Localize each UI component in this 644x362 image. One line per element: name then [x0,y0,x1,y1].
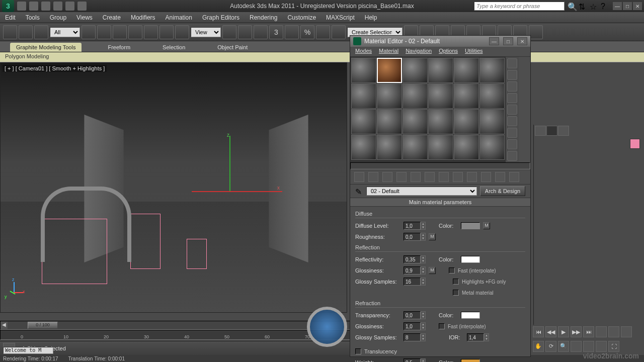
play-icon[interactable]: ▶ [558,326,569,337]
refl-gloss-input[interactable] [404,266,421,275]
diffuse-map-button[interactable]: M [483,222,490,229]
material-editor-window[interactable]: Material Editor - 02 - Default — □ ✕ Mod… [350,35,531,357]
help-search-input[interactable] [474,2,565,11]
slider-left-icon[interactable]: ◀ [1,322,8,329]
refr-gloss-input[interactable] [404,322,421,330]
material-slot[interactable] [351,58,376,83]
material-editor-close[interactable]: ✕ [517,37,527,45]
sample-uv-icon[interactable] [507,93,517,103]
percent-snap-icon[interactable]: % [300,25,314,39]
refr-fast-interp-checkbox[interactable] [439,323,445,329]
new-icon[interactable] [17,2,26,11]
select-name-icon[interactable] [97,25,111,39]
roughness-map-button[interactable]: M [429,233,436,240]
rotate-icon[interactable] [159,25,174,39]
material-slot[interactable] [377,83,402,109]
window-crossing-icon[interactable] [128,25,142,39]
me-menu-material[interactable]: Material [379,48,398,55]
selection-filter-select[interactable]: All [50,27,80,37]
time-config-icon[interactable] [608,326,619,337]
tab-freeform[interactable]: Freeform [102,43,136,52]
material-editor-minimize[interactable]: — [489,37,499,45]
menu-grapheditors[interactable]: Graph Editors [202,14,239,21]
material-slot[interactable] [377,109,402,134]
material-type-button[interactable]: Arch & Design [480,186,525,196]
menu-customize[interactable]: Customize [287,14,316,21]
spinner-arrows[interactable]: ▲▼ [421,311,426,319]
infocenter-icon[interactable]: 🔍 [568,2,576,10]
material-slot[interactable] [479,135,505,160]
put-to-lib-icon[interactable] [439,172,449,182]
roughness-input[interactable] [404,233,421,241]
menu-animation[interactable]: Animation [166,14,192,21]
angle-snap-icon[interactable] [285,25,299,39]
viewport[interactable]: x z [ + ] [ Camera01 ] [ Smooth + Highli… [0,62,347,313]
arc-rotate-icon[interactable]: ⟳ [545,341,556,352]
show-in-vp-icon[interactable] [467,172,477,182]
pan-icon[interactable]: ✋ [533,341,544,352]
minimize-button[interactable]: — [613,2,622,10]
material-slot[interactable] [454,58,479,83]
make-preview-icon[interactable] [507,116,517,126]
material-slot[interactable] [479,58,505,83]
spinner-arrows[interactable]: ▲▼ [421,322,426,330]
save-icon[interactable] [41,2,50,11]
spinner-arrows[interactable]: ▲▼ [421,266,426,275]
render-icon[interactable] [529,25,543,39]
tab-graphite[interactable]: Graphite Modeling Tools [10,43,82,52]
me-menu-navigation[interactable]: Navigation [406,48,432,55]
video-check-icon[interactable] [507,105,517,115]
spinner-arrows[interactable]: ▲▼ [484,333,489,341]
weight-input[interactable] [404,358,421,362]
move-icon[interactable] [144,25,158,39]
material-slot[interactable] [403,135,428,160]
highlights-fg-checkbox[interactable] [453,279,459,285]
named-sel-edit-icon[interactable] [332,25,346,39]
make-copy-icon[interactable] [411,172,421,182]
eyedropper-icon[interactable]: ✎ [355,187,363,195]
menu-tools[interactable]: Tools [26,14,40,21]
material-slot[interactable] [403,109,428,134]
reflection-color-swatch[interactable] [461,256,480,263]
spinner-snap-icon[interactable] [316,25,330,39]
select-by-mat-icon[interactable] [507,139,517,149]
iso-select-icon[interactable] [621,326,632,337]
select-object-icon[interactable] [82,25,96,39]
star-icon[interactable]: ☆ [590,2,598,10]
material-slot[interactable] [479,83,505,109]
manipulate-icon[interactable] [238,25,252,39]
material-slot[interactable] [454,83,479,109]
options-icon[interactable] [507,128,517,138]
material-slot[interactable] [454,135,479,160]
sample-type-icon[interactable] [507,58,517,68]
menu-rendering[interactable]: Rendering [250,14,277,21]
diffuse-level-input[interactable] [404,222,421,230]
spinner-arrows[interactable]: ▲▼ [421,278,426,286]
go-sibling-icon[interactable] [509,172,519,182]
spinner-arrows[interactable]: ▲▼ [421,233,426,241]
keyboard-shortcut-icon[interactable] [254,25,268,39]
material-slot[interactable] [479,109,505,134]
close-button[interactable]: ✕ [633,2,642,10]
fast-interp-checkbox[interactable] [449,267,455,274]
background-icon[interactable] [507,81,517,92]
material-slot[interactable] [428,58,453,83]
me-menu-modes[interactable]: Modes [355,48,372,55]
material-slot[interactable] [351,135,376,160]
refl-samples-input[interactable] [404,278,421,286]
ior-input[interactable] [467,333,484,341]
hierarchy-tab-icon[interactable] [558,126,569,136]
backlight-icon[interactable] [507,70,517,80]
tab-objectpaint[interactable]: Object Paint [211,43,254,52]
me-menu-utilities[interactable]: Utilities [465,48,482,55]
object-color-swatch[interactable] [630,139,640,149]
material-map-nav-icon[interactable] [507,151,517,161]
go-parent-icon[interactable] [495,172,505,182]
assign-to-selection-icon[interactable] [382,172,392,182]
unlink-icon[interactable] [19,25,33,39]
gizmo-x-axis[interactable] [192,191,282,192]
diffuse-color-swatch[interactable] [461,222,480,229]
prev-frame-icon[interactable]: ◀◀ [545,326,556,337]
maximize-button[interactable]: □ [623,2,632,10]
spinner-arrows[interactable]: ▲▼ [421,255,426,263]
